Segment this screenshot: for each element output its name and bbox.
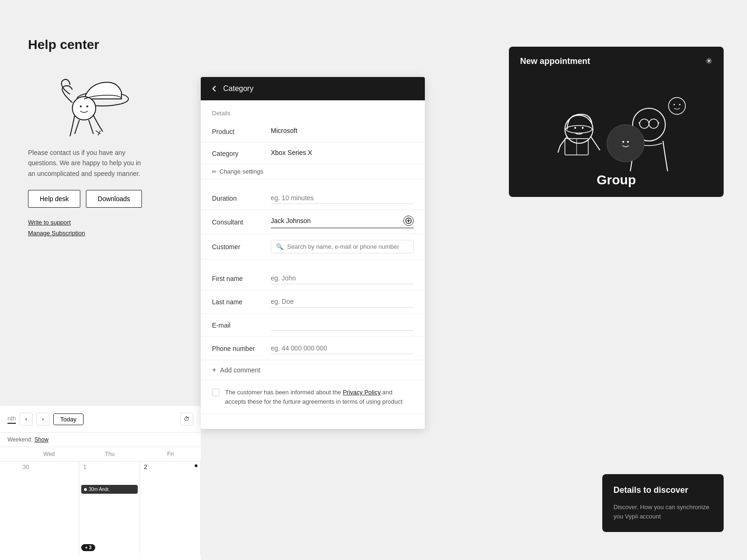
- privacy-text-before: The customer has been informed about the: [225, 389, 341, 396]
- form-header: Category: [201, 77, 425, 100]
- svg-point-1: [72, 97, 96, 120]
- svg-point-13: [574, 127, 576, 129]
- calendar-subheader: Weekend: Show: [0, 433, 201, 447]
- weekend-show-link[interactable]: Show: [35, 436, 49, 443]
- svg-line-5: [89, 120, 93, 134]
- circle-plus-icon: [405, 217, 412, 224]
- svg-point-21: [679, 104, 681, 105]
- privacy-text: The customer has been informed about the…: [225, 388, 414, 406]
- calendar-event[interactable]: 30m Andr.: [81, 485, 138, 494]
- svg-point-24: [627, 141, 629, 143]
- new-appointment-header: New appointment ✳: [509, 47, 724, 76]
- svg-point-14: [582, 127, 584, 129]
- help-desk-button[interactable]: Help desk: [28, 190, 80, 208]
- day-header-fri: Fri: [140, 447, 201, 461]
- calendar-day-col-fri: 2: [140, 462, 201, 555]
- product-value: Microsoft: [271, 127, 414, 134]
- manage-subscription-link[interactable]: Manage Subscription: [28, 230, 205, 237]
- form-section-label: Details: [201, 100, 425, 120]
- help-center-title: Help center: [28, 37, 205, 52]
- help-center-panel: Help center Please contact us if you hav…: [28, 37, 205, 237]
- new-appointment-star-icon[interactable]: ✳: [705, 56, 712, 66]
- day-header-thu: Thu: [79, 447, 140, 461]
- customer-search-icon: 🔍: [276, 243, 283, 250]
- consultant-row: Consultant: [201, 210, 425, 234]
- svg-point-2: [80, 105, 82, 107]
- date-thu: 1: [79, 462, 140, 472]
- event-dot: [84, 488, 87, 491]
- group-label: Group: [597, 173, 636, 188]
- downloads-button[interactable]: Downloads: [86, 190, 141, 208]
- category-row: Category Xbox Series X: [201, 142, 425, 164]
- help-links: Write to support Manage Subscription: [28, 219, 205, 237]
- privacy-checkbox[interactable]: [212, 389, 219, 396]
- calendar-day-col-wed: 30: [19, 462, 79, 555]
- phone-row: Phone number: [201, 337, 425, 360]
- calendar-day-col-thu: 1 30m Andr. + 3: [79, 462, 140, 555]
- next-month-button[interactable]: ›: [36, 413, 49, 426]
- consultant-input-wrapper: [271, 216, 414, 228]
- last-name-input[interactable]: [271, 296, 414, 308]
- help-illustration: [28, 62, 131, 136]
- prev-month-button[interactable]: ‹: [20, 413, 33, 426]
- svg-point-3: [86, 105, 88, 107]
- write-to-support-link[interactable]: Write to support: [28, 219, 205, 226]
- first-name-label: First name: [212, 275, 263, 282]
- details-discover-panel: Details to discover Discover. How you ca…: [602, 474, 724, 532]
- change-settings-label: Change settings: [219, 168, 263, 175]
- duration-input[interactable]: [271, 192, 414, 204]
- product-label: Product: [212, 127, 263, 135]
- add-comment-row[interactable]: + Add comment: [201, 360, 425, 380]
- consultant-label: Consultant: [212, 218, 263, 226]
- details-discover-title: Details to discover: [613, 485, 712, 495]
- today-button[interactable]: Today: [53, 413, 84, 425]
- calendar-clock-button[interactable]: ⏱: [180, 413, 193, 426]
- last-name-label: Last name: [212, 298, 263, 306]
- help-buttons: Help desk Downloads: [28, 190, 205, 208]
- phone-input[interactable]: [271, 343, 414, 354]
- category-value: Xbox Series X: [271, 149, 414, 156]
- svg-line-7: [98, 131, 100, 135]
- weekend-label: Weekend:: [7, 436, 33, 443]
- consultant-input[interactable]: [271, 217, 403, 224]
- new-appointment-panel: New appointment ✳: [509, 47, 724, 197]
- consultant-action-button[interactable]: [403, 216, 414, 226]
- new-appointment-title: New appointment: [520, 56, 590, 66]
- calendar-time-col: [0, 462, 19, 555]
- form-back-button[interactable]: [210, 84, 218, 93]
- group-illustration: Group: [509, 76, 724, 197]
- email-input[interactable]: [271, 319, 414, 331]
- email-label: E-mail: [212, 322, 263, 329]
- customer-search-input[interactable]: [287, 243, 409, 250]
- add-comment-label: Add comment: [220, 366, 260, 374]
- change-settings-button[interactable]: ✏ Change settings: [201, 164, 425, 179]
- form-panel: Category Details Product Microsoft Categ…: [201, 77, 425, 429]
- date-wed: 30: [19, 462, 79, 472]
- customer-label: Customer: [212, 243, 263, 251]
- event-plus-badge[interactable]: + 3: [81, 544, 95, 551]
- privacy-row: The customer has been informed about the…: [201, 380, 425, 414]
- email-row: E-mail: [201, 314, 425, 337]
- day-header-wed: Wed: [19, 447, 79, 461]
- last-name-row: Last name: [201, 290, 425, 314]
- fri-indicator-dot: [195, 464, 197, 467]
- first-name-row: First name: [201, 267, 425, 290]
- help-description: Please contact us if you have any questi…: [28, 147, 149, 179]
- privacy-policy-link[interactable]: Privacy Policy: [343, 389, 381, 396]
- duration-row: Duration: [201, 187, 425, 210]
- calendar-nav: nth ‹ › Today ⏱: [0, 406, 201, 433]
- svg-line-4: [75, 120, 79, 134]
- phone-label: Phone number: [212, 345, 263, 352]
- customer-search-wrapper: 🔍: [271, 240, 414, 253]
- duration-label: Duration: [212, 195, 263, 202]
- event-text: 30m Andr.: [89, 487, 110, 492]
- form-header-title: Category: [223, 84, 254, 93]
- details-discover-description: Discover. How you can synchronize you Vy…: [613, 503, 712, 521]
- first-name-input[interactable]: [271, 273, 414, 284]
- calendar-panel: nth ‹ › Today ⏱ Weekend: Show Wed Thu Fr…: [0, 406, 201, 560]
- category-label: Category: [212, 149, 263, 157]
- svg-point-23: [622, 141, 624, 143]
- back-arrow-icon: [210, 84, 218, 93]
- svg-point-22: [607, 125, 644, 162]
- calendar-grid-body: 30 1 30m Andr. + 3 2: [0, 462, 201, 555]
